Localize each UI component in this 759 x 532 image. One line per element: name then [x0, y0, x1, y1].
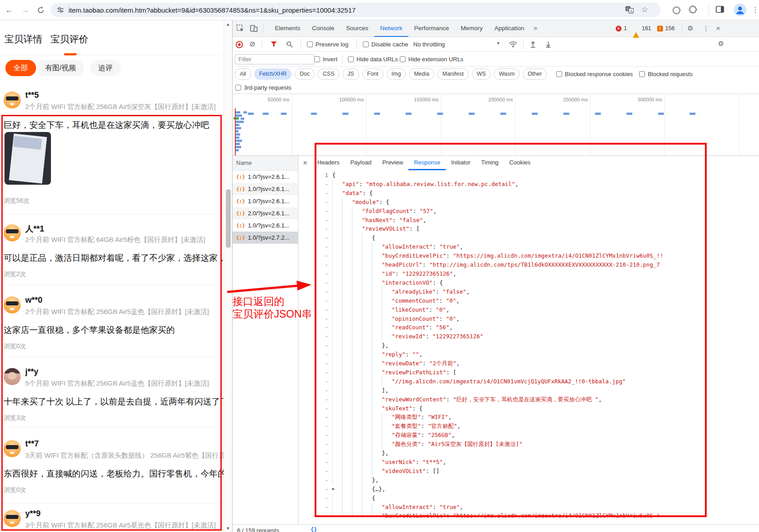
scroll-down-icon[interactable]: ▼ — [224, 526, 232, 531]
line-gutter[interactable]: - — [316, 440, 332, 449]
line-gutter[interactable]: - — [316, 242, 332, 251]
network-conditions-icon[interactable] — [509, 41, 517, 49]
request-name[interactable]: 1.0/?jsv=2.6.1... — [248, 222, 289, 229]
line-gutter[interactable]: - — [316, 198, 332, 207]
disable-cache-label[interactable]: Disable cache — [371, 41, 408, 48]
issues-badge-icon[interactable]: ! — [657, 26, 663, 32]
line-gutter[interactable]: - — [316, 413, 332, 422]
type-chip-fetchxhr[interactable]: Fetch/XHR — [254, 68, 292, 80]
invert-label[interactable]: Invert — [323, 56, 338, 63]
bookmark-star-icon[interactable]: ☆ — [641, 5, 648, 14]
inspect-icon[interactable] — [236, 24, 244, 34]
type-chip-manifest[interactable]: Manifest — [437, 68, 468, 80]
line-gutter[interactable]: - — [316, 180, 332, 189]
devtools-close-icon[interactable]: × — [716, 24, 720, 32]
type-chip-doc[interactable]: Doc — [295, 68, 315, 80]
line-gutter[interactable]: - — [316, 377, 332, 386]
line-gutter[interactable]: - — [316, 476, 332, 485]
line-gutter[interactable]: - — [316, 251, 332, 260]
request-name[interactable]: 1.0/?jsv=2.6.1... — [248, 198, 289, 205]
network-overview-timeline[interactable]: 50000 ms100000 ms150000 ms200000 ms25000… — [233, 94, 759, 156]
request-name[interactable]: 1.0/?jsv=2.7.2... — [248, 234, 289, 241]
reload-icon[interactable] — [34, 5, 47, 18]
import-har-icon[interactable] — [530, 41, 536, 49]
line-gutter[interactable]: - — [316, 350, 332, 359]
devtools-menu-icon[interactable]: ⋮ — [703, 24, 709, 32]
type-chip-other[interactable]: Other — [523, 68, 547, 80]
request-row[interactable]: {;}1.0/?jsv=2.7.2... — [233, 232, 298, 244]
devtools-tab-performance[interactable]: Performance — [408, 20, 455, 37]
type-chip-ws[interactable]: WS — [472, 68, 491, 80]
detail-tab-initiator[interactable]: Initiator — [446, 156, 476, 170]
line-gutter[interactable]: - — [316, 296, 332, 305]
line-gutter[interactable]: - — [316, 458, 332, 467]
request-name[interactable]: 2.0/?jsv=2.6.1... — [248, 210, 289, 217]
line-gutter[interactable]: - — [316, 305, 332, 314]
detail-tab-response[interactable]: Response — [408, 156, 446, 170]
filter-input[interactable] — [235, 54, 315, 64]
scrollbar-thumb[interactable] — [226, 189, 231, 248]
line-gutter[interactable]: - — [316, 368, 332, 377]
filter-chip-all[interactable]: 全部 — [5, 60, 36, 76]
line-gutter[interactable]: - — [316, 341, 332, 350]
detail-tab-timing[interactable]: Timing — [476, 156, 504, 170]
line-gutter[interactable]: - — [316, 359, 332, 368]
type-chip-wasm[interactable]: Wasm — [494, 68, 520, 80]
line-gutter[interactable]: - — [316, 386, 332, 395]
line-gutter[interactable]: - — [316, 269, 332, 278]
detail-tab-payload[interactable]: Payload — [345, 156, 377, 170]
hide-extension-urls-label[interactable]: Hide extension URLs — [408, 56, 463, 63]
request-name[interactable]: 1.0/?jsv=2.6.1... — [248, 186, 289, 192]
line-gutter[interactable]: - — [316, 485, 332, 494]
blocked-requests-checkbox[interactable] — [639, 71, 645, 77]
detail-tab-preview[interactable]: Preview — [377, 156, 408, 170]
translate-icon[interactable]: GA — [625, 6, 634, 15]
request-list-header[interactable]: Name — [233, 156, 298, 171]
line-gutter[interactable]: - — [316, 207, 332, 216]
line-gutter[interactable]: - — [316, 314, 332, 323]
back-icon[interactable]: ← — [3, 4, 15, 16]
third-party-label[interactable]: 3rd-party requests — [244, 84, 292, 91]
request-name[interactable]: 1.0/?jsv=2.6.1... — [248, 173, 289, 180]
line-gutter[interactable]: - — [316, 216, 332, 225]
side-panel-icon[interactable] — [716, 6, 724, 15]
fold-arrow-icon[interactable]: ▶ — [332, 485, 342, 494]
request-row[interactable]: {;}2.0/?jsv=2.6.1... — [233, 207, 298, 219]
address-bar[interactable]: item.taobao.com/item.htm?abbucket=9&id=6… — [50, 3, 661, 17]
page-scrollbar[interactable]: ▲ ▼ — [224, 20, 232, 532]
type-chip-all[interactable]: All — [235, 68, 251, 80]
extension-ring-icon[interactable] — [672, 6, 681, 14]
blocked-cookies-checkbox[interactable] — [556, 71, 562, 77]
devtools-tab-elements[interactable]: Elements — [269, 20, 306, 37]
disable-cache-checkbox[interactable] — [363, 41, 369, 47]
line-gutter[interactable]: - — [316, 278, 332, 287]
review-photo[interactable] — [5, 132, 51, 185]
error-badge-icon[interactable]: × — [616, 26, 622, 32]
invert-checkbox[interactable] — [314, 56, 320, 62]
type-chip-js[interactable]: JS — [343, 68, 359, 80]
request-row[interactable]: {;}1.0/?jsv=2.6.1... — [233, 171, 298, 183]
url-text[interactable]: item.taobao.com/item.htm?abbucket=9&id=6… — [69, 6, 356, 14]
blocked-cookies-label[interactable]: Blocked response cookies — [565, 71, 633, 77]
preserve-log-checkbox[interactable] — [307, 41, 313, 47]
devtools-tab-sources[interactable]: Sources — [340, 20, 375, 37]
line-gutter[interactable]: - — [316, 431, 332, 440]
filter-chip-followup[interactable]: 追评 — [90, 60, 121, 76]
line-gutter[interactable]: - — [316, 449, 332, 458]
more-tabs-icon[interactable]: » — [530, 20, 540, 37]
tab-item-detail[interactable]: 宝贝详情 — [5, 33, 42, 45]
line-gutter[interactable]: - — [316, 467, 332, 476]
warning-count[interactable]: 161 — [642, 25, 651, 32]
type-chip-media[interactable]: Media — [409, 68, 434, 80]
detail-tab-cookies[interactable]: Cookies — [504, 156, 536, 170]
line-gutter[interactable]: - — [316, 511, 332, 518]
request-row[interactable]: {;}1.0/?jsv=2.6.1... — [233, 195, 298, 207]
network-settings-gear-icon[interactable]: ⚙ — [718, 40, 724, 48]
third-party-checkbox[interactable] — [235, 85, 241, 91]
issues-count[interactable]: 156 — [665, 25, 675, 32]
clear-icon[interactable]: ⊘ — [249, 40, 255, 48]
line-gutter[interactable]: 1 — [316, 171, 332, 180]
devtools-tab-memory[interactable]: Memory — [455, 20, 489, 37]
export-har-icon[interactable] — [545, 41, 552, 49]
request-row[interactable]: {;}1.0/?jsv=2.6.1... — [233, 219, 298, 232]
